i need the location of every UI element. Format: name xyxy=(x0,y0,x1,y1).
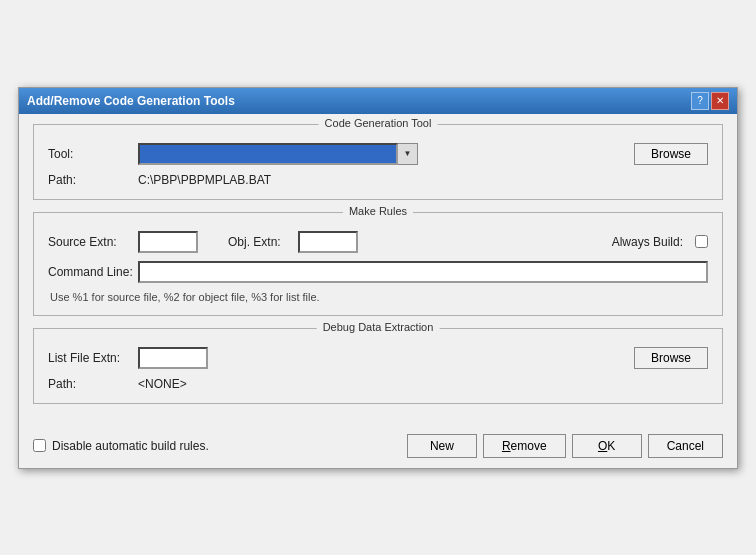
path-label: Path: xyxy=(48,173,138,187)
bottom-bar: Disable automatic build rules. New Remov… xyxy=(19,428,737,468)
dialog: Add/Remove Code Generation Tools ? ✕ Cod… xyxy=(18,87,738,469)
title-bar: Add/Remove Code Generation Tools ? ✕ xyxy=(19,88,737,114)
dialog-body: Code Generation Tool Tool: PBPMPLAB ▼ Br… xyxy=(19,114,737,428)
debug-path-label: Path: xyxy=(48,377,138,391)
make-rules-section: Make Rules Source Extn: PBP Obj. Extn: C… xyxy=(33,212,723,316)
path-value: C:\PBP\PBPMPLAB.BAT xyxy=(138,173,271,187)
list-file-extn-input[interactable]: LST xyxy=(138,347,208,369)
browse-button-debug[interactable]: Browse xyxy=(634,347,708,369)
remove-underline: R xyxy=(502,439,511,453)
source-extn-input[interactable]: PBP xyxy=(138,231,198,253)
disable-checkbox[interactable] xyxy=(33,439,46,452)
debug-data-extraction-legend: Debug Data Extraction xyxy=(317,321,440,333)
cancel-button[interactable]: Cancel xyxy=(648,434,723,458)
obj-extn-label: Obj. Extn: xyxy=(228,235,298,249)
tool-dropdown-arrow[interactable]: ▼ xyxy=(398,143,418,165)
tool-input[interactable]: PBPMPLAB xyxy=(138,143,398,165)
ok-button[interactable]: OK xyxy=(572,434,642,458)
code-generation-tool-legend: Code Generation Tool xyxy=(319,117,438,129)
source-extn-label: Source Extn: xyxy=(48,235,138,249)
make-rules-inner: Source Extn: PBP Obj. Extn: COF Always B… xyxy=(48,223,708,303)
tool-label: Tool: xyxy=(48,147,138,161)
bottom-buttons: New Remove OK Cancel xyxy=(407,434,723,458)
title-bar-controls: ? ✕ xyxy=(691,92,729,110)
command-line-label: Command Line: xyxy=(48,265,138,279)
help-button[interactable]: ? xyxy=(691,92,709,110)
debug-path-value: <NONE> xyxy=(138,377,187,391)
remove-button[interactable]: Remove xyxy=(483,434,566,458)
code-gen-inner: Tool: PBPMPLAB ▼ Browse Path: C:\PBP\PBP… xyxy=(48,135,708,187)
close-button[interactable]: ✕ xyxy=(711,92,729,110)
tool-row: Tool: PBPMPLAB ▼ Browse xyxy=(48,143,708,165)
obj-extn-label-text: Obj. Extn: xyxy=(228,235,281,249)
debug-data-extraction-section: Debug Data Extraction List File Extn: LS… xyxy=(33,328,723,404)
path-row: Path: C:\PBP\PBPMPLAB.BAT xyxy=(48,173,708,187)
new-button[interactable]: New xyxy=(407,434,477,458)
list-file-extn-label: List File Extn: xyxy=(48,351,138,365)
ok-label: OK xyxy=(598,439,615,453)
command-help-text: Use %1 for source file, %2 for object fi… xyxy=(48,291,708,303)
always-build-section: Always Build: xyxy=(612,235,708,249)
command-line-input[interactable]: %1 -ampasmwin -oq -k# xyxy=(138,261,708,283)
debug-path-row: Path: <NONE> xyxy=(48,377,708,391)
list-file-extn-row: List File Extn: LST Browse xyxy=(48,347,708,369)
debug-inner: List File Extn: LST Browse Path: <NONE> xyxy=(48,339,708,391)
new-label: New xyxy=(430,439,454,453)
remove-label: Remove xyxy=(502,439,547,453)
command-line-row: Command Line: %1 -ampasmwin -oq -k# xyxy=(48,261,708,283)
extn-row: Source Extn: PBP Obj. Extn: COF Always B… xyxy=(48,231,708,253)
disable-label[interactable]: Disable automatic build rules. xyxy=(33,439,209,453)
always-build-checkbox[interactable] xyxy=(695,235,708,248)
code-generation-tool-section: Code Generation Tool Tool: PBPMPLAB ▼ Br… xyxy=(33,124,723,200)
make-rules-legend: Make Rules xyxy=(343,205,413,217)
disable-label-text: Disable automatic build rules. xyxy=(52,439,209,453)
always-build-label: Always Build: xyxy=(612,235,683,249)
obj-extn-input[interactable]: COF xyxy=(298,231,358,253)
dialog-title: Add/Remove Code Generation Tools xyxy=(27,94,235,108)
tool-combo-wrapper: PBPMPLAB ▼ xyxy=(138,143,634,165)
browse-button-tool[interactable]: Browse xyxy=(634,143,708,165)
